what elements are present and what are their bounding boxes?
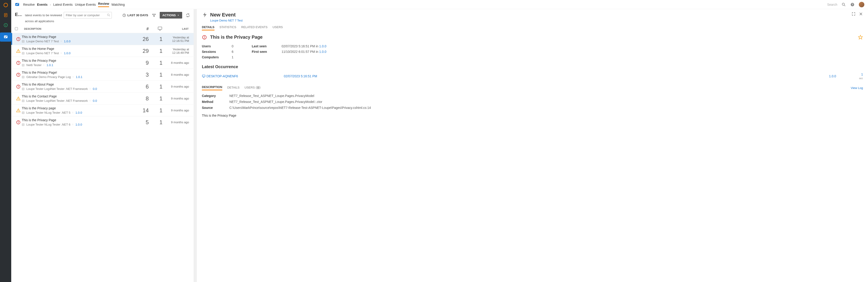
occurrence-version[interactable]: 1.0.0: [829, 74, 836, 78]
stat-computers-value: 1: [232, 55, 234, 59]
col-description[interactable]: DESCRIPTION: [24, 28, 133, 30]
actions-button[interactable]: ACTIONS: [160, 12, 182, 19]
row-count: 9: [133, 60, 149, 66]
chevron-right-icon: ›: [50, 3, 51, 6]
subtab-description[interactable]: DESCRIPTION: [202, 85, 222, 90]
row-title: This is the Privacy Page: [22, 35, 133, 39]
resolve-brand-icon: [15, 2, 20, 7]
kv-category-key: Category: [202, 94, 222, 98]
row-version-link[interactable]: 1.0.0: [64, 51, 70, 55]
row-version-link[interactable]: 0.0: [93, 99, 97, 102]
nav-resolve[interactable]: Resolve: [23, 3, 35, 6]
severity-error-icon: [15, 61, 22, 65]
row-version-link[interactable]: 1.0.1: [46, 63, 53, 67]
nav-latest-events[interactable]: Latest Events: [53, 3, 73, 6]
row-version-link[interactable]: 0.0: [93, 87, 97, 91]
nav-info-icon[interactable]: [3, 23, 8, 28]
svg-rect-53: [22, 100, 24, 102]
row-version-link[interactable]: 1.0.0: [75, 123, 82, 126]
svg-point-47: [18, 87, 19, 88]
version-dots-icon: ⦙⦙: [72, 112, 73, 114]
row-count: 26: [133, 36, 149, 42]
row-last: Yesterday at12:16:51 PM: [162, 36, 190, 42]
nav-review[interactable]: Review: [98, 2, 109, 7]
row-version-link[interactable]: 1.0.0: [64, 40, 70, 43]
severity-error-icon: [15, 120, 22, 125]
table-row[interactable]: This is the Privacy PageNet6 Tester⦙⦙1.0…: [11, 57, 194, 69]
nav-unique-events[interactable]: Unique Events: [75, 3, 96, 6]
row-version-link[interactable]: 1.0.0: [75, 111, 82, 114]
nav-resolve-icon[interactable]: [0, 33, 11, 42]
occurrence-timestamp[interactable]: 02/07/2023 5:16:51 PM: [284, 74, 317, 78]
table-row[interactable]: This is the Privacy PageLoupe Tester NLo…: [11, 116, 194, 128]
filter-icon[interactable]: [152, 13, 156, 17]
table-header: DESCRIPTION # LAST: [11, 25, 194, 33]
vertical-nav: [0, 0, 11, 282]
star-icon[interactable]: [858, 35, 863, 40]
nav-watching[interactable]: Watching: [112, 3, 125, 6]
svg-rect-56: [18, 110, 19, 111]
refresh-icon[interactable]: [186, 13, 190, 17]
tab-details[interactable]: DETAILS: [202, 25, 215, 30]
occurrence-count[interactable]: 1: [861, 72, 863, 76]
row-computers: 1: [149, 107, 162, 114]
version-dots-icon: ⦙⦙: [61, 40, 62, 42]
app-icon: [22, 76, 25, 78]
app-icon: [22, 123, 25, 126]
svg-point-71: [204, 38, 205, 38]
tab-related-events[interactable]: RELATED EVENTS: [241, 25, 268, 30]
stat-firstseen-value: 11/10/2022 6:01:57 PM in: [282, 50, 319, 54]
row-app-name: Loupe Tester Log4Net Tester .NET Framewo…: [26, 87, 88, 91]
subtab-users[interactable]: USERS 0: [245, 86, 261, 90]
timerange-selector[interactable]: LAST 30 DAYS: [122, 13, 148, 17]
col-computers-icon[interactable]: [149, 26, 162, 32]
col-last[interactable]: LAST: [162, 28, 190, 30]
subtab-details[interactable]: DETAILS: [227, 86, 240, 90]
row-app-name: Loupe Tester NLog Tester .NET 5: [26, 111, 70, 114]
row-computers: 1: [149, 36, 162, 42]
expand-icon[interactable]: [851, 12, 856, 16]
row-version-link[interactable]: 1.0.1: [76, 75, 83, 79]
table-row[interactable]: This is the Home PageLoupe Demo NET 7 Te…: [11, 45, 194, 57]
svg-rect-48: [22, 88, 24, 90]
version-dots-icon: ⦙⦙: [61, 52, 62, 55]
help-icon[interactable]: ?: [850, 2, 855, 7]
svg-rect-42: [22, 76, 24, 78]
nav-events[interactable]: Events: [37, 3, 48, 6]
view-log-link[interactable]: View Log: [851, 86, 863, 90]
svg-point-10: [842, 3, 844, 5]
version-dots-icon: ⦙⦙: [73, 76, 74, 78]
search-icon[interactable]: [841, 2, 846, 7]
stat-lastseen-version[interactable]: 1.0.0: [319, 44, 326, 48]
table-row[interactable]: This is the Privacy pageLoupe Tester NLo…: [11, 104, 194, 116]
table-row[interactable]: This is the Privacy Page!Gibraltar Demo …: [11, 69, 194, 80]
severity-warn-icon: [15, 49, 22, 53]
svg-point-57: [18, 111, 19, 112]
severity-error-icon: [15, 37, 22, 41]
stat-firstseen-version[interactable]: 1.0.0: [319, 50, 326, 54]
subtab-users-label: USERS: [245, 86, 255, 89]
col-count[interactable]: #: [133, 27, 149, 31]
select-all-checkbox[interactable]: [15, 27, 18, 30]
event-app-link[interactable]: Loupe Demo NET 7 Test: [210, 19, 243, 22]
table-row[interactable]: This is the Privacy PageLoupe Demo NET 7…: [11, 33, 194, 45]
table-row[interactable]: This is the Contact PageLoupe Tester Log…: [11, 93, 194, 104]
nav-ring-icon[interactable]: [3, 2, 8, 8]
kv-source-value: C:\Users\MarkPrince\source\repos\NET7-Re…: [229, 106, 863, 110]
row-count: 8: [133, 95, 149, 102]
table-row[interactable]: This is the About PageLoupe Tester Log4N…: [11, 80, 194, 93]
global-search[interactable]: Search: [827, 3, 837, 6]
row-last: Yesterday at12:16:49 PM: [162, 47, 190, 55]
tab-statistics[interactable]: STATISTICS: [219, 25, 236, 30]
kv-method-key: Method: [202, 100, 222, 104]
app-icon: [22, 111, 25, 114]
nav-document-icon[interactable]: [3, 12, 8, 18]
filter-input[interactable]: [64, 12, 112, 19]
tab-users[interactable]: USERS: [273, 25, 283, 30]
close-icon[interactable]: [859, 12, 863, 16]
subtab-users-badge: 0: [255, 86, 260, 89]
svg-rect-62: [18, 121, 19, 123]
events-list-pane: E… latest events to be reviewed acros: [11, 9, 197, 282]
occurrence-computer-link[interactable]: DESKTOP-AQNENF6: [202, 74, 238, 78]
user-avatar[interactable]: [859, 2, 864, 7]
